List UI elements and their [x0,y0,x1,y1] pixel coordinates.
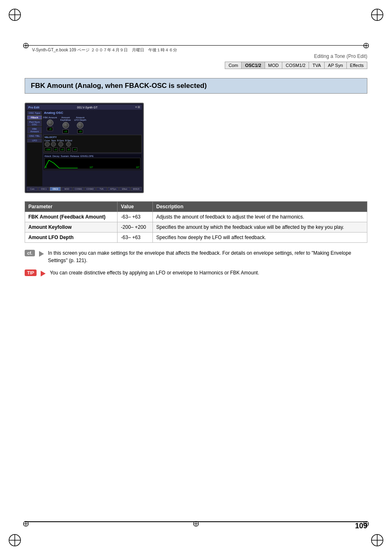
device-value-lfo-depth: +0 [77,129,83,134]
corner-mark-bl [7,533,22,548]
dev-sidebar-osctbl: OSC TBL [27,134,42,138]
device-analog-osc-label: Analog OSC [43,111,142,115]
param-desc-fbk: Adjusts the amount of feedback to adjust… [153,212,367,222]
device-env-envelope: ENVELOPE [81,155,94,157]
dev-tab-tva[interactable]: TVA [96,187,107,191]
tab-com[interactable]: Com [225,62,242,69]
device-knob-sens[interactable] [51,142,56,147]
dev-tab-cosm1[interactable]: COSM1 [73,187,84,191]
device-knob-keyfollow[interactable] [62,122,69,129]
param-name-keyfollow: Amount Keyfollow [28,224,71,230]
col-header-value: Value [118,202,153,212]
device-env-sustain: Sustain [61,155,69,157]
tip-badge: TIP [25,269,37,276]
param-desc-lfo-depth: Specifies how deeply the LFO will affect… [153,233,367,243]
meta-text-bar: V-Synth-GT_e.book 109 ページ ２００７年４月９日 月曜日 … [32,47,360,53]
device-pro-edit-label: Pro Edit [28,106,39,109]
tab-cosm12[interactable]: COSM1/2 [282,62,309,69]
device-val-0b: +0 [60,147,65,152]
dev-tab-osc1[interactable]: OSC1 [38,187,49,191]
parameter-table: Parameter Value Description FBK Amount (… [25,201,367,243]
left-crosshair-icon [23,42,29,49]
device-env-val-127a: 127 [90,166,93,168]
dev-sidebar-fback: FBack [27,115,42,120]
param-name-fbk: FBK Amount (Feedback Amount) [28,214,106,220]
tab-tva[interactable]: TVA [309,62,325,69]
param-name-lfo-depth: Amount LFO Depth [28,235,74,240]
device-knob-fbk[interactable] [47,120,53,126]
device-param-keyfollow: AmountKeyfollow [60,116,71,121]
dev-tab-apsyn[interactable]: APSyn [108,187,119,191]
corner-mark-br [370,533,385,548]
device-param-lfo-depth: AmountLFO Depth [74,116,86,121]
device-val-0d: +0 [72,147,77,152]
col-header-description: Description [153,202,367,212]
device-knob-bsend[interactable] [66,142,71,147]
tab-bar: Com OSC1/2 MOD COSM1/2 TVA AP Syn Effect… [225,62,367,69]
page-number: 109 [355,522,367,530]
device-value-keyfollow: +0 [62,129,69,134]
device-env-release: Release [70,155,79,157]
content-area: Pro Edit 001:V-Synth GT ≡ ⊞ OSC Type FBa… [25,103,367,281]
device-knob-bsens[interactable] [58,142,63,147]
meta-text: V-Synth-GT_e.book 109 ページ ２００７年４月９日 月曜日 … [32,47,177,53]
page-header: Editing a Tone (Pro Edit) Com OSC1/2 MOD… [225,53,367,69]
table-row: FBK Amount (Feedback Amount) -63– +63 Ad… [25,212,367,222]
device-menu-icon: ≡ ⊞ [135,106,140,109]
tip-arrow-icon [41,271,46,276]
top-rule [25,45,367,46]
dev-sidebar-osc-type: OSC Type [27,111,42,115]
tab-mod[interactable]: MOD [265,62,283,69]
device-env-attack: Attack [44,155,51,157]
dev-sidebar-partnumosc: Part Num OSC [27,120,42,127]
param-value-keyfollow: -200– +200 [118,222,153,233]
device-patch-name: 001:V-Synth GT [77,106,98,109]
tip-note-box: TIP You can create distinctive effects b… [25,269,367,276]
cf-note-box: cf. In this screen you can make settings… [25,249,367,264]
device-env-val-127b: 127 [136,166,139,168]
dev-tab-mixer[interactable]: MIXER [131,187,142,191]
device-param-fbk: FBK Amount [43,116,57,119]
dev-sidebar-lfo: LFO [27,138,42,143]
tab-osc12[interactable]: OSC1/2 [241,62,265,69]
table-row: Amount LFO Depth -63– +63 Specifies how … [25,233,367,243]
dev-tab-osc2[interactable]: OSC2 [50,187,61,191]
col-header-parameter: Parameter [25,202,118,212]
editing-title: Editing a Tone (Pro Edit) [225,53,367,59]
section-title: FBK Amount (Analog, when FBACK-OSC is se… [25,78,367,94]
param-value-fbk: -63– +63 [118,212,153,222]
device-val-0c: +0 [66,147,71,152]
bottom-left-crosshair-icon [23,520,29,527]
right-crosshair-icon [363,42,369,49]
cf-note-text: In this screen you can make settings for… [48,249,367,264]
device-env-val-0: 0 [46,166,47,168]
device-env-decay: Decay [53,155,60,157]
dev-tab-effect[interactable]: Effect [119,187,130,191]
cf-arrow-icon [39,251,44,257]
tip-note-text: You can create distinctive effects by ap… [50,269,259,276]
param-desc-keyfollow: Specifies the amount by which the feedba… [153,222,367,233]
device-value-fbk: +0 [47,127,53,131]
bottom-center-crosshair-icon [193,520,199,527]
corner-mark-tr [370,7,385,22]
device-velocity-label: VELOCITY [44,136,141,138]
device-screenshot: Pro Edit 001:V-Synth GT ≡ ⊞ OSC Type FBa… [25,103,144,193]
param-value-lfo-depth: -63– +63 [118,233,153,243]
dev-sidebar-fbkamount: FBK Amount [27,127,42,134]
dev-tab-mod[interactable]: MOD [61,187,72,191]
device-knob-lfo-depth[interactable] [77,122,83,129]
dev-tab-cosm2[interactable]: COSM2 [84,187,95,191]
tab-apsyn[interactable]: AP Syn [324,62,347,69]
dev-tab-com[interactable]: Com [27,187,38,191]
device-val-100: +100 [44,147,51,152]
table-row: Amount Keyfollow -200– +200 Specifies th… [25,222,367,233]
cf-badge: cf. [25,250,35,256]
corner-mark-tl [7,7,22,22]
device-val-0a: +0 [53,147,58,152]
device-knob-curve[interactable] [45,142,50,147]
tab-effects[interactable]: Effects [346,62,367,69]
